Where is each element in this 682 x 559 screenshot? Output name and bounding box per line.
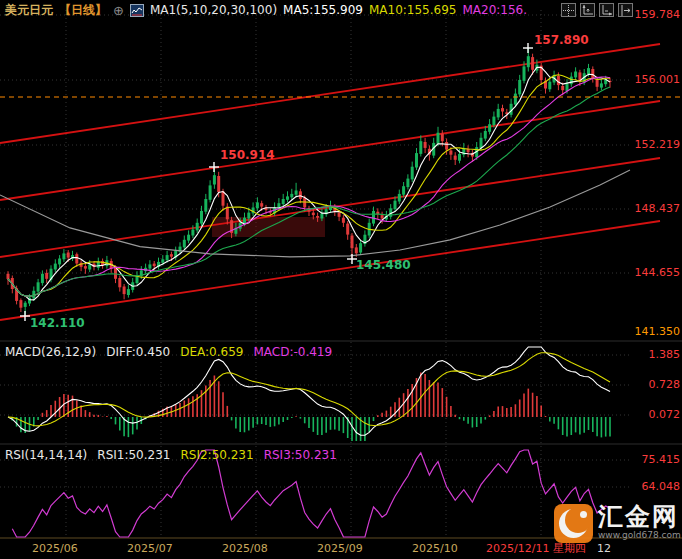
candle-body	[97, 262, 100, 268]
candle-body	[88, 264, 91, 269]
candle-body	[355, 247, 358, 253]
shift-right-icon[interactable]	[618, 3, 633, 17]
macd-dea-value: DEA:0.659	[180, 345, 243, 359]
rsi2-value: RSI2:50.231	[180, 448, 253, 462]
candle-body	[441, 134, 444, 142]
candle-body	[342, 218, 345, 223]
candle-body	[286, 196, 289, 199]
macd-settings-label: MACD(26,12,9)	[5, 345, 96, 359]
candle-body	[282, 199, 285, 204]
candle-body	[596, 79, 599, 87]
circle-plus-icon[interactable]: ⊕	[113, 3, 124, 18]
candle-body	[209, 185, 212, 199]
candle-body	[312, 213, 315, 216]
candle-body	[415, 153, 418, 167]
candle-body	[394, 201, 397, 210]
candle-body	[37, 282, 40, 291]
site-name: 汇金网	[598, 504, 681, 530]
candle-body	[316, 216, 319, 218]
candle-body	[488, 124, 491, 132]
candle-body	[346, 224, 349, 235]
candle-body	[591, 69, 594, 78]
candle-body	[222, 191, 225, 205]
candle-body	[359, 243, 362, 252]
candle-body	[196, 223, 199, 231]
candle-body	[67, 253, 70, 258]
candle-body	[118, 278, 121, 287]
candle-body	[411, 167, 414, 180]
candle-body	[497, 109, 500, 118]
candle-body	[62, 253, 65, 259]
period-label: 【日线】	[59, 2, 107, 19]
candle-body	[290, 194, 293, 197]
candle-body	[574, 72, 577, 78]
candle-body	[247, 213, 250, 219]
candle-body	[424, 142, 427, 148]
candle-body	[170, 254, 173, 257]
candle-body	[449, 151, 452, 155]
watermark: 汇金网 www.gold678.com	[554, 504, 681, 543]
candle-body	[402, 186, 405, 195]
macd-indicator-row: MACD(26,12,9) DIFF:0.450 DEA:0.659 MACD:…	[5, 345, 332, 359]
ma100-line	[0, 170, 630, 257]
rsi-line	[12, 450, 610, 537]
candle-body	[437, 133, 440, 144]
rsi-settings-label: RSI(14,14,14)	[5, 448, 87, 462]
trendline	[0, 44, 660, 143]
candle-body	[58, 259, 61, 265]
candle-body	[445, 142, 448, 150]
candle-body	[54, 264, 57, 270]
candle-body	[75, 254, 78, 263]
site-url: www.gold678.com	[598, 530, 681, 540]
pan-tool-icon[interactable]	[561, 3, 576, 17]
axis-zoom-icon[interactable]	[580, 3, 595, 17]
candle-body	[45, 273, 48, 279]
trading-chart-app: 美元日元 【日线】 ⊕ MA1(5,10,20,30,100) MA5:155.…	[0, 0, 682, 559]
candle-body	[419, 141, 422, 154]
candle-body	[295, 191, 298, 195]
candle-body	[19, 300, 22, 308]
candle-body	[127, 289, 130, 295]
candle-body	[24, 303, 27, 307]
candle-body	[600, 83, 603, 87]
candle-body	[123, 287, 126, 295]
candle-body	[406, 179, 409, 188]
candle-body	[114, 268, 117, 279]
candle-body	[480, 138, 483, 148]
candle-body	[148, 264, 151, 268]
ma20-value: MA20:156.	[462, 3, 527, 17]
candle-body	[492, 117, 495, 126]
candle-body	[299, 191, 302, 199]
candle-body	[531, 57, 534, 70]
candle-body	[200, 211, 203, 224]
chart-canvas[interactable]	[0, 0, 682, 559]
candle-body	[338, 213, 341, 217]
rsi3-value: RSI3:50.231	[264, 448, 337, 462]
candle-body	[7, 274, 10, 279]
macd-macd-value: MACD:-0.419	[253, 345, 332, 359]
chart-toolbar	[561, 3, 633, 17]
candle-body	[213, 175, 216, 184]
candle-body	[260, 203, 263, 206]
candle-body	[372, 211, 375, 224]
candle-body	[458, 154, 461, 161]
candle-body	[454, 156, 457, 160]
candle-body	[527, 56, 530, 67]
symbol-name: 美元日元	[5, 2, 53, 19]
candle-body	[256, 202, 259, 208]
candle-body	[204, 199, 207, 212]
candle-body	[153, 264, 156, 267]
mini-chart-icon[interactable]	[130, 4, 144, 17]
candle-body	[548, 82, 551, 90]
rsi1-value: RSI1:50.231	[97, 448, 170, 462]
candle-body	[161, 259, 164, 262]
axis-scroll-icon[interactable]	[599, 3, 614, 17]
chart-header: 美元日元 【日线】 ⊕ MA1(5,10,20,30,100) MA5:155.…	[5, 2, 527, 18]
candle-body	[566, 83, 569, 91]
candle-body	[187, 235, 190, 241]
candle-body	[166, 255, 169, 260]
ma5-value: MA5:155.909	[283, 3, 363, 17]
candle-body	[398, 194, 401, 202]
candle-body	[523, 66, 526, 80]
candle-body	[303, 198, 306, 207]
